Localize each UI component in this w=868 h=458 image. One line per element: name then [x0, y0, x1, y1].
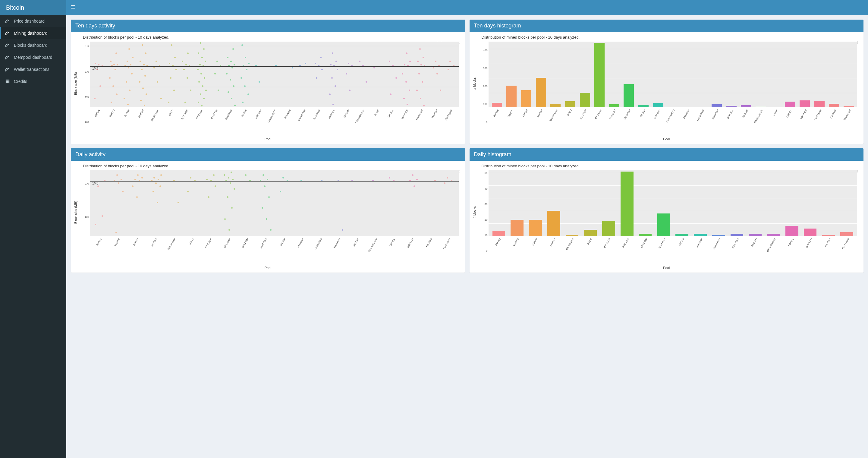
data-point: [142, 87, 144, 89]
data-point: [114, 180, 115, 181]
svg-rect-4: [7, 81, 8, 82]
panel-title: Daily histogram: [470, 148, 864, 161]
dot-column: [366, 170, 384, 236]
data-point: [419, 48, 421, 50]
data-point: [321, 180, 322, 181]
panel-title: Daily activity: [71, 148, 465, 161]
x-tick: AntPool: [135, 108, 150, 122]
data-point: [440, 90, 441, 91]
dot-column: [413, 41, 428, 108]
bar-column: [680, 41, 695, 108]
x-tick: ViaBTC: [507, 236, 526, 251]
bar: [638, 105, 649, 108]
data-point: [157, 202, 158, 203]
sidebar-item-credits[interactable]: Credits: [0, 75, 66, 87]
data-point: [389, 177, 390, 179]
x-tick: WAYI.CN: [798, 108, 812, 122]
data-point: [453, 65, 455, 66]
data-point: [139, 81, 141, 83]
chart-title: Distribution of mined blocks per pool - …: [482, 164, 861, 168]
x-tick: ConnectBTC: [267, 108, 281, 122]
data-point: [158, 179, 159, 180]
chart-title: Distribution of blocks per pool - 10 day…: [83, 35, 462, 39]
sidebar-item-blocks-dashboard[interactable]: Blocks dashboard: [0, 39, 66, 51]
bar-column: [490, 41, 504, 108]
sidebar-item-mining-dashboard[interactable]: Mining dashboard: [0, 27, 66, 39]
data-point: [433, 67, 434, 68]
x-tick: BitClub: [636, 108, 651, 122]
x-tick: F2Pool: [127, 236, 146, 251]
x-tick: BTPOOL: [724, 108, 739, 122]
dot-column: [293, 170, 311, 236]
bar: [493, 231, 505, 236]
data-point: [230, 172, 232, 173]
dot-column: [384, 41, 399, 108]
x-tick: Huobi.pool: [439, 236, 458, 251]
data-point: [95, 224, 96, 225]
menu-toggle-icon[interactable]: [71, 5, 75, 10]
x-tick: BitcoinRussia: [765, 236, 783, 251]
data-point: [185, 64, 187, 65]
bar-column: [783, 170, 801, 236]
x-tick: BitcoinRussia: [366, 236, 384, 251]
bar-column: [783, 41, 798, 108]
data-point: [128, 67, 129, 68]
bar: [550, 104, 561, 108]
data-point: [170, 77, 172, 79]
data-point: [141, 69, 143, 70]
x-tick: 58COIN: [340, 108, 355, 122]
bar: [712, 104, 722, 108]
data-point: [243, 65, 244, 66]
x-tick: unknown: [691, 236, 710, 251]
data-point: [228, 65, 230, 66]
data-point: [232, 48, 234, 50]
sidebar-item-mempool-dashboard[interactable]: Mempool dashboard: [0, 51, 66, 63]
x-tick: DPOOL: [783, 108, 798, 122]
data-point: [392, 65, 394, 66]
y-tick: 0.5: [85, 216, 89, 219]
sidebar-item-price-dashboard[interactable]: Price dashboard: [0, 15, 66, 27]
bar-column: [533, 41, 548, 108]
bar: [712, 235, 725, 236]
data-point: [132, 57, 133, 58]
x-tick: BitClub: [238, 108, 252, 122]
data-point: [248, 63, 250, 64]
x-tick: HaoPool: [827, 108, 842, 122]
data-point: [260, 180, 261, 181]
data-point: [436, 73, 438, 74]
bar: [624, 84, 634, 108]
data-point: [109, 77, 111, 79]
bar: [657, 213, 670, 236]
grid-icon: [5, 79, 11, 84]
bar: [602, 221, 615, 236]
chart-ten-histogram: Distribution of mined blocks per pool - …: [470, 32, 864, 144]
y-axis-label: # blocks: [472, 78, 476, 90]
y-tick: 0: [486, 249, 487, 252]
bar-column: [691, 170, 710, 236]
x-tick: BitFury: [91, 236, 109, 251]
data-point: [321, 69, 323, 70]
bar: [749, 234, 762, 236]
data-point: [198, 53, 199, 54]
sidebar-item-wallet-transactions[interactable]: Wallet transactions: [0, 63, 66, 75]
data-point: [261, 207, 263, 209]
x-tick: huobi.pool: [812, 108, 827, 122]
data-point: [244, 85, 246, 87]
data-point: [189, 65, 190, 66]
bar: [653, 103, 663, 108]
data-point: [216, 61, 218, 62]
data-point: [451, 180, 453, 181]
data-point: [187, 53, 189, 54]
data-point: [333, 104, 334, 105]
data-point: [409, 180, 411, 181]
data-point: [373, 67, 375, 68]
data-point: [144, 75, 146, 77]
bar-column: [563, 170, 581, 236]
data-point: [151, 180, 153, 181]
x-tick: unknown: [293, 236, 311, 251]
dot-column: [340, 41, 355, 108]
data-point: [184, 102, 186, 103]
x-tick: Huobi.pool: [443, 108, 458, 122]
data-point: [153, 191, 154, 192]
panel-title: Ten days histogram: [470, 20, 864, 32]
